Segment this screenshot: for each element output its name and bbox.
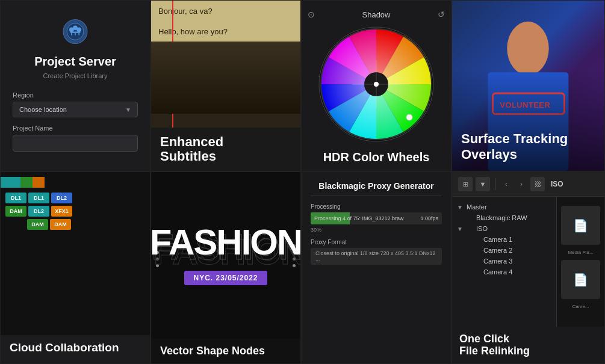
nav-prev-button[interactable]: ‹ (500, 178, 512, 190)
tree-item-camera3[interactable]: ▶ Camera 3 (452, 256, 556, 267)
timeline-row-1: DL1 DL1 DL2 (5, 191, 145, 205)
tree-label-camera2: Camera 2 (467, 247, 512, 254)
fashion-text-container: FASHION FASHION FASHION NYC. 23/05/2022 (150, 226, 301, 285)
tree-item-camera4[interactable]: ▶ Camera 4 (452, 267, 556, 277)
timeline-row-2: DAM DL2 XFX1 (5, 205, 145, 218)
dropdown-arrow-icon: ▼ (125, 106, 131, 113)
create-library-text: Create Project Library (43, 72, 108, 79)
label-xfx1: XFX1 (51, 206, 72, 217)
davinci-icon (57, 19, 93, 46)
project-server-title: Project Server (34, 55, 116, 69)
tree-arrow-iso: ▼ (457, 226, 464, 232)
progress-text: Processing 4 of 75: IMG_83212.braw (314, 215, 404, 221)
region-placeholder: Choose location (19, 106, 67, 113)
color-wheel-wrapper (316, 24, 436, 144)
label-dam-green: DAM (5, 206, 26, 217)
dropdown-icon-button[interactable]: ▼ (476, 177, 490, 191)
toolbar-divider (495, 178, 495, 190)
shadow-label: Shadow (362, 10, 391, 19)
card-project-server: Project Server Create Project Library Re… (0, 0, 150, 171)
subtitle-title: Enhanced Subtitles (160, 135, 291, 164)
region-label: Region (13, 91, 138, 99)
fashion-main-text: FASHION (150, 226, 301, 259)
subtitle-bar-2: Hello, how are you? (151, 21, 300, 42)
hdr-title: HDR Color Wheels (323, 150, 430, 164)
region-dropdown[interactable]: Choose location ▼ (13, 102, 138, 117)
fashion-word-group: FASHION FASHION FASHION (150, 226, 301, 259)
tree-item-iso[interactable]: ▼ ISO (452, 223, 556, 234)
region-form-group: Region Choose location ▼ (13, 91, 138, 117)
label-dam-orange: DAM (50, 219, 71, 230)
label-dam-green-2: DAM (27, 219, 48, 230)
card-proxy-generator: Blackmagic Proxy Generator Processing Pr… (301, 171, 451, 364)
tree-label-camera1: Camera 1 (467, 236, 512, 243)
media-file-icon-1: 📄 (573, 218, 588, 233)
progress-fps: 1.00fps (420, 215, 438, 221)
tree-item-braw[interactable]: ▶ Blackmagic RAW (452, 212, 556, 223)
relink-toolbar: ⊞ ▼ ‹ › ⛓ ISO (452, 172, 604, 197)
tree-item-master[interactable]: ▼ Master (452, 202, 556, 212)
vector-title: Vector Shape Nodes (160, 345, 291, 357)
card-vector-shape-nodes: FASHION FASHION FASHION NYC. 23/05/2022 … (150, 171, 301, 364)
svg-point-16 (406, 114, 412, 120)
cloud-title-area: Cloud Collaboration (1, 335, 150, 363)
tree-label-master: Master (467, 203, 487, 211)
fashion-background: FASHION FASHION FASHION NYC. 23/05/2022 (151, 172, 300, 339)
shadow-reset-icon: ↺ (438, 10, 445, 19)
media-file-icon-2: 📄 (573, 273, 588, 287)
color-wheel-svg[interactable] (316, 24, 436, 144)
cloud-title: Cloud Collaboration (10, 341, 141, 354)
media-placeholder-2: 📄 (561, 260, 600, 299)
proxy-codec-text: Closest to original 1/8 size 720 x 405 3… (315, 250, 436, 262)
svg-point-15 (374, 82, 379, 87)
proxy-format-label: Proxy Format (311, 239, 442, 245)
card-cloud-collaboration: DL1 DL1 DL2 DAM DL2 XFX1 DAM DAM (0, 171, 150, 364)
processing-label: Processing (311, 203, 442, 210)
main-grid: Project Server Create Project Library Re… (0, 0, 605, 364)
cloud-timeline: DL1 DL1 DL2 DAM DL2 XFX1 DAM DAM (1, 172, 150, 335)
tree-label-camera4: Camera 4 (467, 268, 512, 276)
svg-rect-5 (70, 31, 81, 32)
layout-icon-button[interactable]: ⊞ (458, 177, 473, 191)
card-enhanced-subtitles: Bonjour, ca va? Hello, how are you? Enha… (150, 0, 301, 171)
label-dl2-blue: DL2 (51, 193, 72, 203)
subtitle-bar-1: Bonjour, ca va? (151, 1, 300, 21)
subtitle-text-2: Hello, how are you? (158, 27, 228, 36)
label-dl2-teal: DL2 (28, 206, 49, 217)
card-surface-tracking: VOLUNTEER Surface Tracking Overlays (451, 0, 605, 171)
subtitle-title-area: Enhanced Subtitles (151, 128, 300, 171)
proxy-codec-row: Closest to original 1/8 size 720 x 405 3… (311, 248, 442, 265)
subtitle-preview: Bonjour, ca va? Hello, how are you? (151, 1, 300, 128)
timeline-row-3: DAM DAM (5, 218, 145, 231)
media-placeholder-1: 📄 (561, 206, 600, 245)
relink-media-panel: 📄 Media Pla... 📄 Came... (556, 197, 604, 327)
link-icon-button[interactable]: ⛓ (530, 177, 545, 191)
iso-label: ISO (551, 180, 563, 188)
surface-title: Surface Tracking Overlays (461, 131, 595, 162)
tree-arrow-master: ▼ (457, 204, 464, 211)
color-bar-row (1, 177, 150, 188)
progress-pct: 30% (311, 227, 442, 233)
shadow-settings-icon: ⊙ (308, 10, 315, 19)
project-name-form-group: Project Name (13, 125, 138, 152)
card-file-relinking: ⊞ ▼ ‹ › ⛓ ISO ▼ Master ▶ Blackmagic RAW (451, 171, 605, 364)
tree-item-camera2[interactable]: ▶ Camera 2 (452, 245, 556, 256)
proxy-title: Blackmagic Proxy Generator (311, 181, 442, 196)
fashion-date-pill: NYC. 23/05/2022 (184, 271, 267, 285)
tree-item-camera1[interactable]: ▶ Camera 1 (452, 234, 556, 245)
shadow-header: ⊙ Shadow ↺ (308, 10, 445, 19)
relink-title: One Click File Relinking (459, 333, 597, 357)
timeline-rows: DL1 DL1 DL2 DAM DL2 XFX1 DAM DAM (1, 189, 150, 233)
project-name-label: Project Name (13, 125, 138, 132)
label-dl1-teal: DL1 (5, 193, 26, 203)
tree-label-camera3: Camera 3 (467, 258, 512, 265)
nav-next-button[interactable]: › (515, 178, 527, 190)
media-text-2: Came... (572, 304, 589, 309)
project-name-input[interactable] (13, 135, 138, 152)
relink-title-area: One Click File Relinking (452, 327, 604, 363)
media-text-1: Media Pla... (568, 250, 593, 255)
tree-label-braw: Blackmagic RAW (467, 214, 527, 221)
card-hdr-color-wheels: ⊙ Shadow ↺ +1.00 (301, 0, 451, 171)
progress-bar-container: Processing 4 of 75: IMG_83212.braw 1.00f… (311, 212, 442, 224)
subtitle-video-bg (151, 42, 300, 114)
